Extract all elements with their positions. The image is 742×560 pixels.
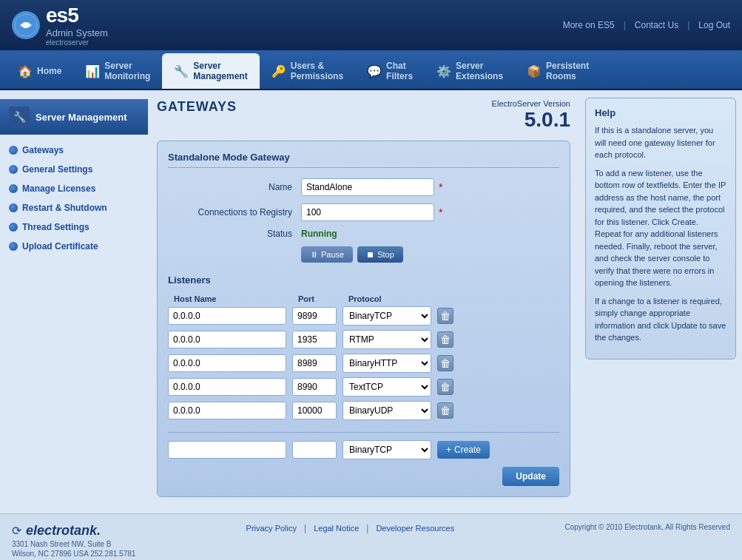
management-icon: 🔧 xyxy=(174,64,189,78)
panel-title: Standalone Mode Gateway xyxy=(168,152,559,168)
listener-row: BinaryTCPRTMPBinaryHTTPTextTCPBinaryUDP🗑 xyxy=(168,330,559,349)
delete-button-4[interactable]: 🗑 xyxy=(437,402,453,419)
tab-server-extensions-label: ServerExtensions xyxy=(456,61,503,81)
stop-button[interactable]: ⏹ Stop xyxy=(357,246,403,263)
port-input-4[interactable] xyxy=(292,402,337,419)
sidebar-item-restart-shutdown-label: Restart & Shutdown xyxy=(22,203,107,213)
host-input-3[interactable] xyxy=(168,378,286,396)
pause-button[interactable]: ⏸ Pause xyxy=(301,246,353,263)
logo-es5: es5 xyxy=(46,4,108,27)
tab-persistent-rooms[interactable]: 📦 PersistentRooms xyxy=(515,53,601,89)
tab-users-permissions-label: Users &Permissions xyxy=(291,61,343,81)
help-paragraph: If this is a standalone server, you will… xyxy=(595,124,726,161)
rooms-icon: 📦 xyxy=(527,64,542,78)
host-input-1[interactable] xyxy=(168,331,286,348)
host-input-2[interactable] xyxy=(168,354,286,372)
listener-rows: BinaryTCPRTMPBinaryHTTPTextTCPBinaryUDP🗑… xyxy=(168,306,559,420)
action-buttons-row: ⏸ Pause ⏹ Stop xyxy=(168,246,559,263)
listener-row: BinaryTCPRTMPBinaryHTTPTextTCPBinaryUDP🗑 xyxy=(168,377,559,397)
chat-icon: 💬 xyxy=(367,64,382,78)
protocol-select-0[interactable]: BinaryTCPRTMPBinaryHTTPTextTCPBinaryUDP xyxy=(343,306,431,325)
legal-notice-link[interactable]: Legal Notice xyxy=(314,524,359,533)
help-paragraph: To add a new listener, use the bottom ro… xyxy=(595,167,726,289)
content-header: GATEWAYS ElectroServer Version 5.0.1 xyxy=(157,99,570,132)
logo-area: es5 Admin System electroserver xyxy=(12,4,108,47)
new-protocol-select[interactable]: BinaryTCP RTMP BinaryHTTP TextTCP Binary… xyxy=(343,440,431,459)
tab-home[interactable]: 🏠 Home xyxy=(6,53,73,89)
update-button[interactable]: Update xyxy=(502,467,559,486)
sidebar-item-thread-settings[interactable]: Thread Settings xyxy=(0,217,148,237)
create-button[interactable]: + Create xyxy=(437,441,490,459)
footer-links: Privacy Policy | Legal Notice | Develope… xyxy=(246,523,455,533)
tab-users-permissions[interactable]: 🔑 Users &Permissions xyxy=(260,53,355,89)
col-host-header: Host Name xyxy=(174,294,292,303)
name-input[interactable] xyxy=(301,178,434,196)
host-input-4[interactable] xyxy=(168,402,286,419)
sidebar-header: 🔧 Server Management xyxy=(0,99,148,135)
port-input-3[interactable] xyxy=(292,378,337,396)
delete-button-2[interactable]: 🗑 xyxy=(437,355,453,371)
connections-label: Connections to Registry xyxy=(168,207,301,217)
footer-ring-icon: ⟳ xyxy=(12,524,21,538)
host-input-0[interactable] xyxy=(168,307,286,325)
footer-logo: ⟳ electrotank. xyxy=(12,523,135,539)
tab-chat-filters[interactable]: 💬 ChatFilters xyxy=(355,53,425,89)
protocol-select-3[interactable]: BinaryTCPRTMPBinaryHTTPTextTCPBinaryUDP xyxy=(343,377,431,397)
log-out-link[interactable]: Log Out xyxy=(698,20,730,30)
connections-input[interactable] xyxy=(301,203,434,221)
protocol-select-2[interactable]: BinaryTCPRTMPBinaryHTTPTextTCPBinaryUDP xyxy=(343,354,431,373)
footer-logo-text: electrotank. xyxy=(26,523,101,539)
privacy-policy-link[interactable]: Privacy Policy xyxy=(246,524,297,533)
footer-left: ⟳ electrotank. 3301 Nash Street NW, Suit… xyxy=(12,523,135,558)
svg-point-1 xyxy=(23,22,29,28)
content: GATEWAYS ElectroServer Version 5.0.1 Sta… xyxy=(148,90,579,513)
sidebar-item-general-settings-label: General Settings xyxy=(22,164,92,175)
protocol-select-4[interactable]: BinaryTCPRTMPBinaryHTTPTextTCPBinaryUDP xyxy=(343,401,431,420)
delete-button-1[interactable]: 🗑 xyxy=(437,331,453,348)
developer-resources-link[interactable]: Developer Resources xyxy=(376,524,454,533)
sidebar-item-restart-shutdown[interactable]: Restart & Shutdown xyxy=(0,198,148,217)
sidebar-item-manage-licenses[interactable]: Manage Licenses xyxy=(0,179,148,198)
name-label: Name xyxy=(168,182,301,192)
delete-button-3[interactable]: 🗑 xyxy=(437,379,453,395)
tab-home-label: Home xyxy=(37,66,61,76)
new-host-input[interactable] xyxy=(168,441,286,459)
tab-server-monitoring[interactable]: 📊 ServerMonitoring xyxy=(73,53,162,89)
bullet-icon xyxy=(9,165,18,174)
delete-button-0[interactable]: 🗑 xyxy=(437,308,453,324)
listeners-title: Listeners xyxy=(168,274,559,286)
connections-required: * xyxy=(439,206,442,218)
port-input-0[interactable] xyxy=(292,307,337,325)
logo-electro: electroserver xyxy=(46,38,108,47)
top-bar: es5 Admin System electroserver More on E… xyxy=(0,0,742,50)
help-panel: Help If this is a standalone server, you… xyxy=(579,90,742,513)
more-on-es5-link[interactable]: More on ES5 xyxy=(563,20,615,30)
sidebar-item-upload-certificate[interactable]: Upload Certificate xyxy=(0,237,148,256)
port-input-1[interactable] xyxy=(292,331,337,348)
protocol-select-1[interactable]: BinaryTCPRTMPBinaryHTTPTextTCPBinaryUDP xyxy=(343,330,431,349)
sidebar: 🔧 Server Management Gateways General Set… xyxy=(0,90,148,513)
col-port-header: Port xyxy=(298,294,343,303)
port-input-2[interactable] xyxy=(292,354,337,372)
tab-server-extensions[interactable]: ⚙️ ServerExtensions xyxy=(425,53,515,89)
help-paragraph: If a change to a listener is required, s… xyxy=(595,295,726,344)
new-port-input[interactable] xyxy=(292,441,337,459)
sidebar-title: Server Management xyxy=(36,112,127,123)
version-label: ElectroServer Version xyxy=(492,99,570,108)
bullet-icon xyxy=(9,223,18,232)
version-number: 5.0.1 xyxy=(492,108,570,132)
col-protocol-header: Protocol xyxy=(348,294,437,303)
sidebar-item-general-settings[interactable]: General Settings xyxy=(0,160,148,179)
extensions-icon: ⚙️ xyxy=(436,64,451,78)
sidebar-item-thread-settings-label: Thread Settings xyxy=(22,222,90,232)
status-row: Status Running xyxy=(168,229,559,239)
monitoring-icon: 📊 xyxy=(85,64,100,78)
listener-row: BinaryTCPRTMPBinaryHTTPTextTCPBinaryUDP🗑 xyxy=(168,354,559,373)
help-title: Help xyxy=(595,107,726,118)
tab-server-management[interactable]: 🔧 ServerManagement xyxy=(162,53,259,89)
logo-text: es5 Admin System electroserver xyxy=(46,4,108,47)
sidebar-item-gateways[interactable]: Gateways xyxy=(0,141,148,160)
status-value: Running xyxy=(301,229,337,239)
contact-us-link[interactable]: Contact Us xyxy=(635,20,678,30)
create-icon: + xyxy=(446,445,451,455)
